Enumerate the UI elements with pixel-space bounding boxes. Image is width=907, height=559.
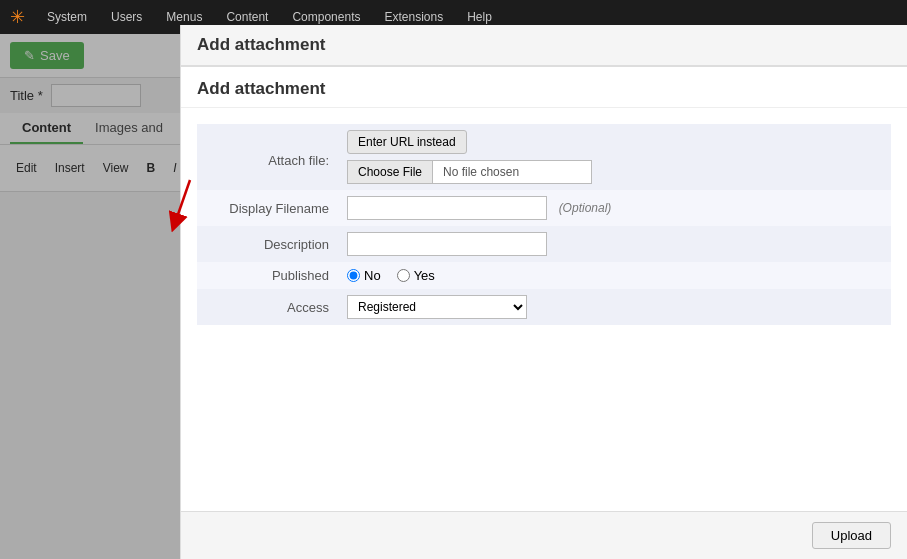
published-yes-radio[interactable] — [397, 269, 410, 282]
published-no-text: No — [364, 268, 381, 283]
add-attachment-modal: Add attachment Add attachment Attach fil… — [180, 25, 907, 559]
description-input[interactable] — [347, 232, 547, 256]
modal-heading-text: Add attachment — [197, 79, 325, 98]
published-yes-label[interactable]: Yes — [397, 268, 435, 283]
joomla-logo: ✳ — [10, 6, 25, 28]
nav-system[interactable]: System — [37, 6, 97, 28]
display-filename-row: Display Filename (Optional) — [197, 190, 891, 226]
access-label: Access — [287, 300, 329, 315]
access-select[interactable]: Public Registered Special — [347, 295, 527, 319]
published-no-label[interactable]: No — [347, 268, 381, 283]
published-no-radio[interactable] — [347, 269, 360, 282]
published-radio-group: No Yes — [347, 268, 881, 283]
display-filename-input[interactable] — [347, 196, 547, 220]
display-filename-value: (Optional) — [337, 190, 891, 226]
access-value: Public Registered Special — [337, 289, 891, 325]
published-label: Published — [272, 268, 329, 283]
upload-button[interactable]: Upload — [812, 522, 891, 549]
nav-users[interactable]: Users — [101, 6, 152, 28]
description-value — [337, 226, 891, 262]
attach-file-value: Enter URL instead Choose File No file ch… — [337, 124, 891, 190]
file-name-display: No file chosen — [432, 160, 592, 184]
display-filename-label-cell: Display Filename — [197, 190, 337, 226]
modal-heading: Add attachment — [181, 67, 907, 108]
modal-title: Add attachment — [197, 35, 325, 54]
display-filename-label: Display Filename — [229, 201, 329, 216]
optional-text: (Optional) — [559, 201, 612, 215]
form-table: Attach file: Enter URL instead Choose Fi… — [197, 124, 891, 325]
published-row: Published No Yes — [197, 262, 891, 289]
modal-title-bar: Add attachment — [181, 25, 907, 67]
enter-url-row: Attach file: Enter URL instead Choose Fi… — [197, 124, 891, 190]
attach-file-label: Attach file: — [268, 153, 329, 168]
published-yes-text: Yes — [414, 268, 435, 283]
modal-footer: Upload — [181, 511, 907, 559]
description-row: Description — [197, 226, 891, 262]
access-row: Access Public Registered Special — [197, 289, 891, 325]
choose-file-button[interactable]: Choose File — [347, 160, 432, 184]
file-input-row: Choose File No file chosen — [347, 160, 881, 184]
published-value: No Yes — [337, 262, 891, 289]
attach-file-label-cell: Attach file: — [197, 124, 337, 190]
access-label-cell: Access — [197, 289, 337, 325]
description-label: Description — [264, 237, 329, 252]
modal-body: Attach file: Enter URL instead Choose Fi… — [181, 108, 907, 511]
published-label-cell: Published — [197, 262, 337, 289]
enter-url-button[interactable]: Enter URL instead — [347, 130, 467, 154]
description-label-cell: Description — [197, 226, 337, 262]
